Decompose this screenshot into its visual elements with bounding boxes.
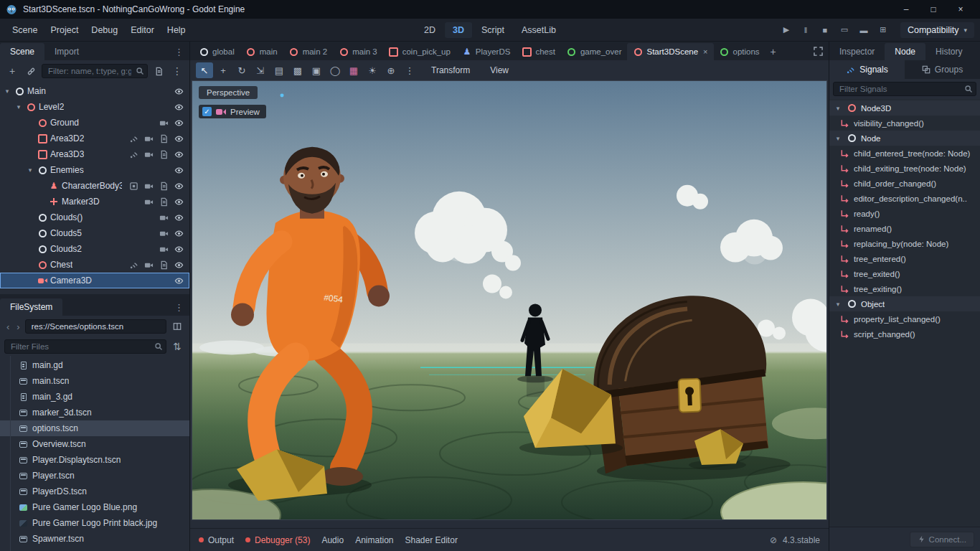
viewport-3d[interactable]: #054 — [192, 80, 827, 520]
audio-mute-icon[interactable]: ⊘ — [770, 535, 777, 545]
groups-badge-icon[interactable] — [143, 259, 155, 271]
visibility-eye-icon[interactable] — [173, 164, 185, 176]
file-list-item[interactable]: Player.Displaytscn.tscn — [0, 452, 189, 468]
visibility-eye-icon[interactable] — [173, 212, 185, 224]
groups-badge-icon[interactable] — [143, 133, 155, 145]
file-list-item[interactable]: Overview.tscn — [0, 436, 189, 452]
signal-row[interactable]: ▾ Node — [829, 131, 980, 146]
signal-connections-icon[interactable] — [128, 259, 140, 271]
file-list-item[interactable]: Spawner.tscn — [0, 531, 189, 547]
attached-script-icon[interactable] — [158, 180, 170, 192]
visibility-eye-icon[interactable] — [173, 101, 185, 113]
scene-tree-node[interactable]: Chest — [0, 257, 189, 273]
menu-editor[interactable]: Editor — [124, 22, 161, 39]
distraction-free-icon[interactable] — [810, 43, 826, 59]
expand-chevron-icon[interactable]: ▾ — [26, 166, 34, 174]
signal-row[interactable]: tree_exiting() — [829, 281, 980, 296]
viewport-3d-scene[interactable]: #054 — [192, 81, 826, 519]
signal-row[interactable]: ready() — [829, 206, 980, 221]
groups-badge-icon[interactable] — [158, 227, 170, 240]
view-menu[interactable]: View — [483, 62, 516, 78]
menu-debug[interactable]: Debug — [85, 22, 124, 39]
move-tool[interactable]: + — [215, 62, 232, 78]
snap-toggle-button[interactable]: ▦ — [345, 62, 362, 78]
visibility-eye-icon[interactable] — [173, 243, 185, 255]
lock-node-button[interactable]: ▩ — [289, 62, 306, 78]
subtab-groups[interactable]: Groups — [905, 60, 980, 79]
scene-tab[interactable]: PlayerDS × — [456, 43, 517, 60]
scene-tree-node[interactable]: Marker3D — [0, 194, 189, 209]
transform-menu[interactable]: Transform — [424, 62, 477, 78]
signal-row[interactable]: child_exiting_tree(node: Node) — [829, 161, 980, 176]
view-options-button[interactable]: ⋮ — [401, 62, 418, 78]
attach-script-icon[interactable] — [151, 63, 166, 79]
close-tab-icon[interactable]: × — [703, 47, 707, 56]
workspace-script[interactable]: Script — [473, 22, 512, 38]
groups-badge-icon[interactable] — [158, 212, 170, 224]
visibility-eye-icon[interactable] — [173, 149, 185, 161]
tab-filesystem[interactable]: FileSystem — [0, 298, 62, 316]
signal-row[interactable]: renamed() — [829, 221, 980, 236]
scene-tree-node[interactable]: ▾ Enemies — [0, 162, 189, 178]
signal-row[interactable]: child_order_changed() — [829, 176, 980, 191]
groups-badge-icon[interactable] — [143, 149, 155, 161]
tab-history[interactable]: History — [925, 43, 972, 60]
camera-preview-toggle[interactable]: ✓ Preview — [199, 105, 266, 118]
menu-scene[interactable]: Scene — [6, 22, 44, 39]
attached-script-icon[interactable] — [158, 259, 170, 271]
output-tab[interactable]: Output — [199, 535, 234, 545]
signal-connections-icon[interactable] — [128, 133, 140, 145]
scale-tool[interactable]: ⇲ — [252, 62, 269, 78]
scene-tab[interactable]: coin_pick_up × — [383, 43, 456, 60]
expand-chevron-icon[interactable]: ▾ — [834, 105, 842, 112]
visibility-eye-icon[interactable] — [173, 227, 185, 240]
renderer-settings-button[interactable]: ⊞ — [874, 22, 892, 39]
visibility-eye-icon[interactable] — [173, 85, 185, 98]
movie-maker-button[interactable]: ▬ — [854, 22, 873, 39]
close-button[interactable]: × — [947, 1, 974, 18]
preview-checkbox[interactable]: ✓ — [202, 107, 212, 116]
scene-tree-node[interactable]: Ground — [0, 115, 189, 131]
history-forward-icon[interactable]: › — [14, 321, 22, 332]
groups-badge-icon[interactable] — [143, 196, 155, 208]
scene-tree-node[interactable]: Area3D2 — [0, 131, 189, 146]
visibility-eye-icon[interactable] — [173, 133, 185, 145]
tab-scene[interactable]: Scene — [0, 43, 44, 60]
attached-script-icon[interactable] — [158, 149, 170, 161]
audio-tab[interactable]: Audio — [321, 535, 344, 545]
animation-tab[interactable]: Animation — [355, 535, 393, 545]
visibility-eye-icon[interactable] — [173, 196, 185, 208]
scene-tab[interactable]: Start3DScene × — [627, 43, 713, 60]
split-mode-icon[interactable] — [169, 319, 185, 334]
signal-filter-input[interactable] — [833, 82, 976, 96]
ruler-mode-button[interactable]: ◯ — [326, 62, 344, 78]
visibility-eye-icon[interactable] — [173, 180, 185, 192]
expand-chevron-icon[interactable]: ▾ — [834, 135, 842, 142]
list-select-tool[interactable]: ▤ — [270, 62, 288, 78]
history-back-icon[interactable]: ‹ — [4, 321, 11, 332]
dock-options-icon[interactable]: ⋮ — [169, 44, 189, 60]
tab-import[interactable]: Import — [44, 43, 89, 60]
file-list-item[interactable]: main_3.gd — [0, 389, 189, 405]
scene-tree-node[interactable]: ▾ Main — [0, 83, 189, 99]
expand-chevron-icon[interactable]: ▾ — [14, 103, 23, 110]
preview-sun-button[interactable]: ☀ — [364, 62, 381, 78]
scene-tree-node[interactable]: Area3D3 — [0, 146, 189, 162]
menu-help[interactable]: Help — [161, 22, 192, 39]
signal-row[interactable]: editor_description_changed(n.. — [829, 191, 980, 206]
dock-options-icon[interactable]: ⋮ — [169, 63, 185, 79]
scene-tab[interactable]: main × — [240, 43, 283, 60]
signal-row[interactable]: tree_entered() — [829, 251, 980, 266]
menu-project[interactable]: Project — [44, 22, 85, 39]
scene-tab[interactable]: options × — [714, 43, 765, 60]
attached-script-icon[interactable] — [158, 196, 170, 208]
file-list-item[interactable]: options.tscn — [0, 420, 189, 436]
signal-row[interactable]: visibility_changed() — [829, 116, 980, 131]
scene-tree-node[interactable]: ▾ Level2 — [0, 99, 189, 115]
expand-chevron-icon[interactable]: ▾ — [3, 88, 11, 95]
dock-options-icon[interactable]: ⋮ — [169, 299, 189, 316]
signal-connections-icon[interactable] — [128, 149, 140, 161]
instance-scene-icon[interactable] — [23, 63, 39, 79]
renderer-dropdown[interactable]: Compatibility ▾ — [900, 22, 974, 38]
scene-tree-node[interactable]: Clouds() — [0, 209, 189, 225]
